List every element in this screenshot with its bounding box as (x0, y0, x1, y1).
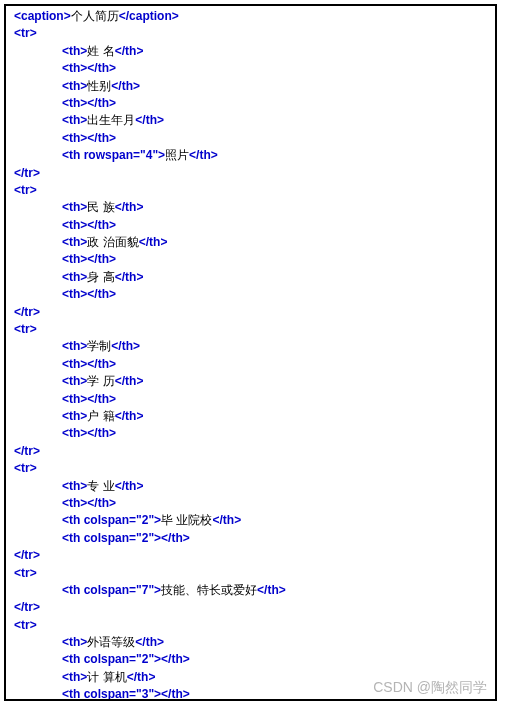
code-block: <caption>个人简历</caption><tr><th>姓 名</th><… (6, 8, 495, 701)
code-line: <th>专 业</th> (6, 478, 495, 495)
code-line: <th colspan="2">毕 业院校</th> (6, 512, 495, 529)
code-line: <th></th> (6, 130, 495, 147)
code-line: <th colspan="2"></th> (6, 530, 495, 547)
code-line: </tr> (6, 443, 495, 460)
code-line: <th></th> (6, 251, 495, 268)
code-line: <tr> (6, 617, 495, 634)
code-line: <th>计 算机</th> (6, 669, 495, 686)
code-line: <th>身 高</th> (6, 269, 495, 286)
code-line: <th>政 治面貌</th> (6, 234, 495, 251)
code-line: <th></th> (6, 286, 495, 303)
code-line: <th rowspan="4">照片</th> (6, 147, 495, 164)
code-line: <tr> (6, 25, 495, 42)
code-line: <th colspan="2"></th> (6, 651, 495, 668)
code-line: <th colspan="7">技能、特长或爱好</th> (6, 582, 495, 599)
code-line: <th>外语等级</th> (6, 634, 495, 651)
code-line: <th colspan="3"></th> (6, 686, 495, 701)
code-line: <tr> (6, 321, 495, 338)
code-line: <th></th> (6, 60, 495, 77)
code-line: <th>出生年月</th> (6, 112, 495, 129)
code-line: <tr> (6, 182, 495, 199)
code-line: <th></th> (6, 391, 495, 408)
code-line: <th></th> (6, 95, 495, 112)
code-line: <th>民 族</th> (6, 199, 495, 216)
code-line: </tr> (6, 165, 495, 182)
code-line: <th>户 籍</th> (6, 408, 495, 425)
code-frame: <caption>个人简历</caption><tr><th>姓 名</th><… (4, 4, 497, 701)
code-line: </tr> (6, 599, 495, 616)
code-line: <th>性别</th> (6, 78, 495, 95)
code-line: </tr> (6, 547, 495, 564)
code-line: <th></th> (6, 356, 495, 373)
code-line: <th>姓 名</th> (6, 43, 495, 60)
code-line: <th></th> (6, 495, 495, 512)
code-line: <th>学制</th> (6, 338, 495, 355)
code-line: <tr> (6, 565, 495, 582)
code-line: <th></th> (6, 217, 495, 234)
code-line: <caption>个人简历</caption> (6, 8, 495, 25)
code-line: <tr> (6, 460, 495, 477)
code-line: <th>学 历</th> (6, 373, 495, 390)
code-line: </tr> (6, 304, 495, 321)
code-line: <th></th> (6, 425, 495, 442)
